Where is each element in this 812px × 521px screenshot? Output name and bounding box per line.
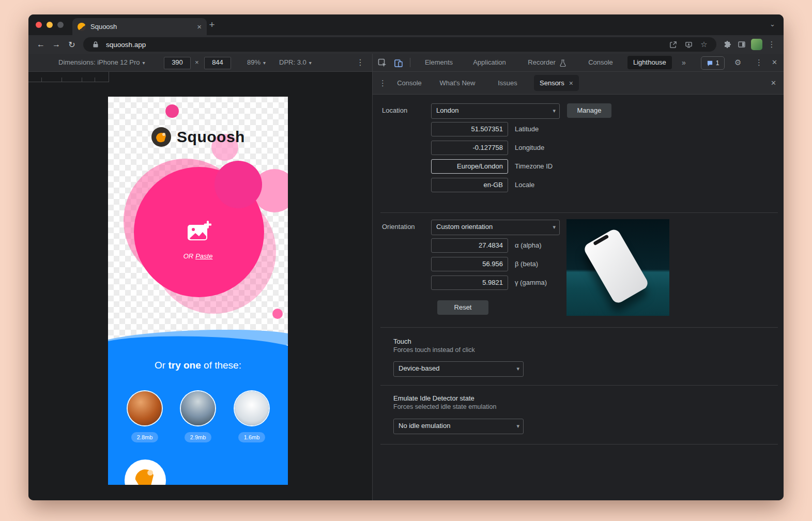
gamma-input[interactable]: 5.9821 — [431, 275, 508, 290]
tab-strip: Squoosh × + ⌄ — [28, 14, 784, 35]
drawer-tab-whats-new[interactable]: What's New — [440, 72, 476, 94]
drawer-tab-console[interactable]: Console — [397, 72, 422, 94]
back-button[interactable]: ← — [34, 37, 48, 52]
toolbar-divider — [410, 58, 410, 67]
sample-size-badge: 1.6mb — [238, 432, 265, 442]
drawer-close-icon[interactable]: ✕ — [771, 72, 776, 94]
drawer-tab-sensors[interactable]: Sensors × — [534, 75, 579, 91]
address-bar: ← → ↻ squoosh.app ☆ ⋮ — [28, 35, 784, 54]
zoom-dropdown[interactable]: 89%▾ — [247, 54, 266, 71]
orientation-label: Orientation — [382, 220, 415, 234]
timezone-label: Timezone ID — [515, 159, 553, 174]
browser-menu-kebab-icon[interactable]: ⋮ — [765, 38, 778, 51]
section-divider — [380, 327, 778, 328]
beta-label: β (beta) — [515, 257, 538, 271]
caret-down-icon: ▾ — [309, 60, 312, 66]
drawer-menu-kebab-icon[interactable]: ⋮ — [379, 72, 387, 94]
tab-console[interactable]: Console — [588, 54, 613, 71]
sample-size-badge: 2.8mb — [131, 432, 158, 442]
touch-select-value: Device-based — [399, 362, 440, 375]
pink-dot-decoration — [165, 104, 179, 118]
timezone-input[interactable]: Europe/London — [431, 159, 508, 174]
caret-down-icon: ▾ — [143, 60, 145, 66]
sample-image-phone-screenshot[interactable] — [235, 391, 269, 425]
idle-emulation-select[interactable]: No idle emulation ▾ — [393, 419, 524, 434]
sample-image-red-panda[interactable] — [128, 391, 162, 425]
tab-search-chevron-icon[interactable]: ⌄ — [770, 20, 775, 28]
sensors-panel: Location London ▾ Manage 51.507351 Latit… — [373, 95, 784, 500]
tab-recorder[interactable]: Recorder — [528, 54, 555, 71]
locale-label: Locale — [515, 178, 534, 192]
bookmark-star-icon[interactable]: ☆ — [699, 39, 709, 50]
orientation-select[interactable]: Custom orientation ▾ — [431, 220, 560, 235]
latitude-input[interactable]: 51.507351 — [431, 122, 508, 136]
tab-elements[interactable]: Elements — [425, 54, 453, 71]
device-toolbar-toggle-icon[interactable] — [394, 54, 403, 71]
open-in-new-icon[interactable] — [668, 39, 678, 50]
caret-down-icon: ▾ — [516, 362, 519, 375]
profile-avatar[interactable] — [751, 39, 762, 50]
gamma-label: γ (gamma) — [515, 275, 547, 290]
tab-close-icon[interactable]: × — [197, 23, 202, 30]
location-select-value: London — [436, 104, 458, 117]
settings-gear-icon[interactable]: ⚙ — [734, 54, 741, 71]
drawer-toolbar: ⋮ Console What's New Issues Sensors × ✕ — [373, 72, 784, 95]
device-emulation-pane: Dimensions: iPhone 12 Pro▾ 390 × 844 89%… — [28, 54, 372, 500]
longitude-label: Longitude — [515, 141, 544, 155]
location-label: Location — [382, 103, 407, 118]
url-text: squoosh.app — [106, 41, 146, 49]
paste-link[interactable]: Paste — [195, 252, 212, 260]
phone-3d-model — [583, 227, 650, 305]
orientation-select-value: Custom orientation — [436, 220, 493, 234]
touch-title: Touch — [393, 338, 411, 345]
forward-button[interactable]: → — [49, 37, 64, 52]
side-panel-icon[interactable] — [735, 38, 748, 51]
more-tabs-overflow-icon[interactable]: » — [682, 54, 686, 71]
manage-button[interactable]: Manage — [567, 103, 611, 118]
fullscreen-window-button[interactable] — [57, 22, 64, 28]
device-height-input[interactable]: 844 — [204, 57, 231, 69]
devtools-menu-kebab-icon[interactable]: ⋮ — [755, 54, 763, 71]
install-app-icon[interactable] — [683, 39, 694, 50]
issues-count-badge[interactable]: 1 — [701, 56, 725, 70]
ruler — [28, 72, 109, 82]
touch-select[interactable]: Device-based ▾ — [393, 361, 524, 377]
devtools-close-icon[interactable]: ✕ — [772, 54, 777, 71]
emulated-viewport: Squoosh ORPaste — [108, 97, 288, 485]
caret-down-icon: ▾ — [553, 104, 556, 117]
add-image-button[interactable] — [187, 221, 211, 243]
experiment-flask-icon — [560, 54, 566, 71]
reload-button[interactable]: ↻ — [65, 37, 79, 52]
extensions-puzzle-icon[interactable] — [721, 38, 734, 51]
squoosh-logo-icon — [151, 127, 172, 147]
tab-application[interactable]: Application — [473, 54, 506, 71]
locale-input[interactable]: en-GB — [431, 178, 508, 192]
device-width-input[interactable]: 390 — [164, 57, 191, 69]
sample-image-person-dog[interactable] — [181, 391, 215, 425]
sensors-tab-close-icon[interactable]: × — [569, 79, 573, 87]
caret-down-icon: ▾ — [263, 60, 266, 66]
new-tab-button[interactable]: + — [206, 19, 218, 30]
squoosh-hand-icon — [129, 459, 162, 485]
alpha-label: α (alpha) — [515, 238, 542, 253]
tab-lighthouse[interactable]: Lighthouse — [627, 56, 672, 69]
location-select[interactable]: London ▾ — [431, 103, 560, 119]
or-paste-text: ORPaste — [108, 252, 288, 260]
longitude-input[interactable]: -0.127758 — [431, 141, 508, 155]
beta-input[interactable]: 56.956 — [431, 257, 508, 271]
browser-tab[interactable]: Squoosh × — [72, 18, 207, 35]
inspect-element-icon[interactable] — [378, 54, 387, 71]
minimize-window-button[interactable] — [47, 22, 53, 28]
reset-button[interactable]: Reset — [437, 300, 488, 315]
orientation-phone-preview[interactable] — [566, 219, 669, 316]
device-toolbar-menu-kebab-icon[interactable]: ⋮ — [356, 54, 364, 71]
dimensions-times-label: × — [195, 54, 199, 71]
omnibox[interactable]: squoosh.app ☆ — [83, 37, 716, 52]
drawer-tab-issues[interactable]: Issues — [498, 72, 517, 94]
close-window-button[interactable] — [36, 22, 42, 28]
device-dimensions-dropdown[interactable]: Dimensions: iPhone 12 Pro▾ — [58, 54, 145, 71]
lock-icon — [90, 39, 101, 50]
alpha-input[interactable]: 27.4834 — [431, 238, 508, 253]
dpr-dropdown[interactable]: DPR: 3.0▾ — [279, 54, 312, 71]
pink-blob-overlay — [215, 161, 262, 208]
